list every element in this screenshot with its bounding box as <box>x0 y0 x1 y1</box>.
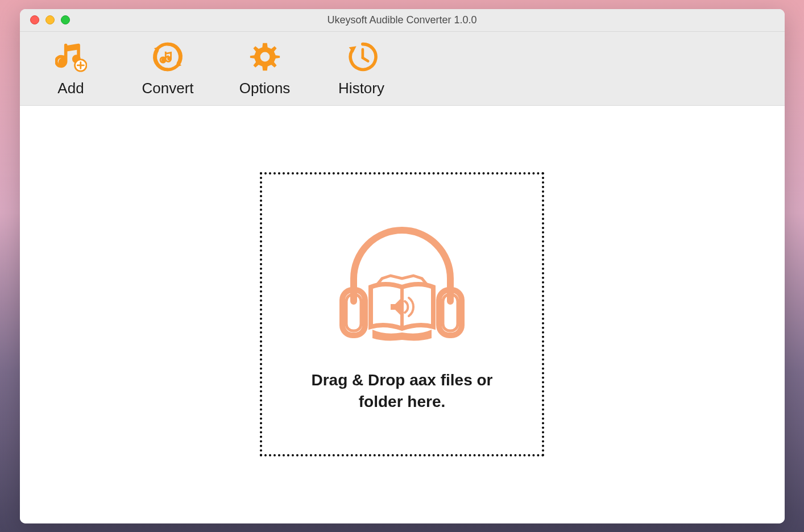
audiobook-headphones-icon <box>328 216 476 352</box>
drop-zone[interactable]: Drag & Drop aax files or folder here. <box>260 172 544 456</box>
add-label: Add <box>57 80 84 97</box>
svg-point-7 <box>260 52 270 61</box>
titlebar: Ukeysoft Audible Converter 1.0.0 <box>20 9 785 32</box>
convert-button[interactable]: Convert <box>142 40 194 97</box>
close-button[interactable] <box>30 15 39 24</box>
convert-label: Convert <box>142 80 194 97</box>
add-button[interactable]: Add <box>45 40 97 97</box>
history-label: History <box>338 80 384 97</box>
svg-line-9 <box>362 57 367 61</box>
app-window: Ukeysoft Audible Converter 1.0.0 Add <box>20 9 785 523</box>
gear-icon <box>248 40 282 74</box>
options-button[interactable]: Options <box>239 40 291 97</box>
maximize-button[interactable] <box>61 15 70 24</box>
drop-zone-text: Drag & Drop aax files or folder here. <box>294 369 510 413</box>
toolbar: Add Convert <box>20 32 785 106</box>
convert-icon <box>151 40 185 74</box>
history-button[interactable]: History <box>336 40 387 97</box>
svg-point-5 <box>161 57 165 61</box>
window-title: Ukeysoft Audible Converter 1.0.0 <box>20 14 785 26</box>
content-area: Drag & Drop aax files or folder here. <box>20 106 785 523</box>
music-add-icon <box>54 40 88 74</box>
options-label: Options <box>239 80 291 97</box>
svg-point-0 <box>58 57 67 66</box>
traffic-lights <box>20 15 70 24</box>
svg-point-6 <box>167 56 171 60</box>
minimize-button[interactable] <box>45 15 55 24</box>
history-icon <box>345 40 379 74</box>
